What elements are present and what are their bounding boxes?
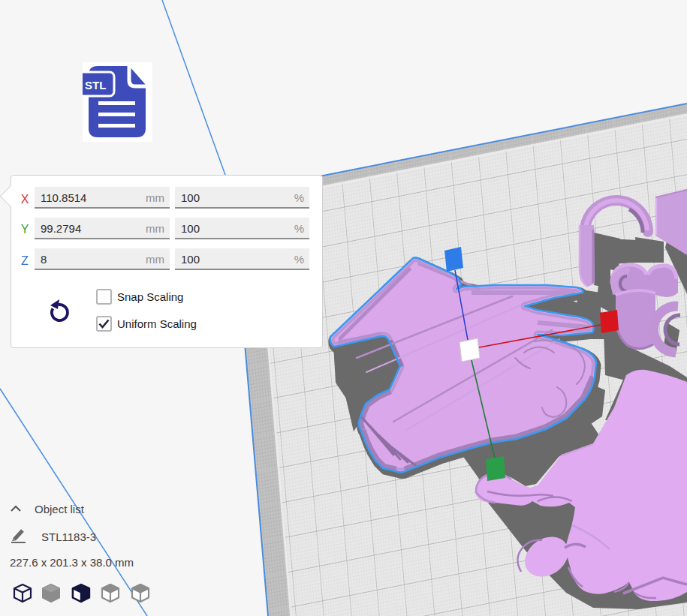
svg-text:STL: STL [85,79,106,92]
